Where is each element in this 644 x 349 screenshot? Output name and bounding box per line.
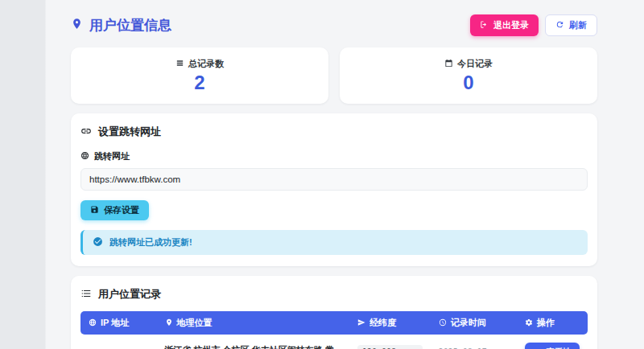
globe-icon bbox=[89, 318, 97, 328]
coords-badge: 120.008, 30.2289 bbox=[357, 345, 423, 349]
page-title-text: 用户位置信息 bbox=[89, 16, 171, 35]
col-header-coords: 经纬度 bbox=[349, 311, 431, 335]
row-action-cell: 查看地图 bbox=[517, 335, 588, 349]
col-header-action-label: 操作 bbox=[537, 317, 555, 329]
records-title: 用户位置记录 bbox=[98, 287, 161, 302]
table-header-row: IP 地址 地理位置 bbox=[80, 311, 588, 335]
col-header-location: 地理位置 bbox=[157, 311, 349, 335]
row-location: 浙江省 杭州市 余杭区 华丰社区闲林东路 棠梨家园16号楼 bbox=[157, 335, 349, 349]
stat-today-label: 今日记录 bbox=[457, 58, 493, 70]
col-header-time: 记录时间 bbox=[431, 311, 517, 335]
refresh-button[interactable]: 刷新 bbox=[545, 14, 597, 36]
list-icon bbox=[80, 288, 92, 302]
table-row: 101.71.140.7 浙江省 杭州市 余杭区 华丰社区闲林东路 棠梨家园16… bbox=[80, 335, 588, 349]
save-settings-label: 保存设置 bbox=[104, 206, 139, 215]
success-alert-text: 跳转网址已成功更新! bbox=[109, 236, 192, 248]
gear-icon bbox=[525, 318, 533, 328]
logout-button[interactable]: 退出登录 bbox=[470, 14, 539, 36]
settings-title-row: 设置跳转网址 bbox=[80, 125, 588, 139]
col-header-coords-label: 经纬度 bbox=[369, 317, 396, 329]
stat-today-value: 0 bbox=[340, 72, 597, 93]
link-icon bbox=[80, 125, 92, 139]
settings-title: 设置跳转网址 bbox=[98, 125, 161, 139]
success-alert: 跳转网址已成功更新! bbox=[80, 230, 588, 255]
logout-icon bbox=[480, 20, 489, 31]
map-pin-icon bbox=[165, 318, 173, 328]
settings-card: 设置跳转网址 跳转网址 保存设置 跳转网址已成功更新! bbox=[71, 113, 597, 266]
stat-total-label: 总记录数 bbox=[188, 58, 224, 70]
records-table: IP 地址 地理位置 bbox=[80, 311, 588, 349]
row-ip: 101.71.140.7 bbox=[80, 335, 157, 349]
topbar: 用户位置信息 退出登录 刷新 bbox=[71, 0, 597, 47]
stat-today-label-row: 今日记录 bbox=[444, 58, 493, 70]
save-icon bbox=[90, 205, 99, 216]
topbar-actions: 退出登录 刷新 bbox=[470, 14, 597, 36]
globe-icon bbox=[80, 151, 89, 162]
row-time: 2025-08-17 23:05:57 bbox=[431, 335, 517, 349]
records-icon bbox=[175, 59, 184, 69]
records-card: 用户位置记录 IP 地址 bbox=[71, 276, 597, 349]
url-field-label: 跳转网址 bbox=[94, 150, 130, 162]
col-header-ip: IP 地址 bbox=[80, 311, 157, 335]
location-arrow-icon bbox=[357, 318, 365, 328]
stat-card-today: 今日记录 0 bbox=[340, 47, 597, 104]
row-coords-cell: 120.008, 30.2289 bbox=[349, 335, 431, 349]
url-field-label-row: 跳转网址 bbox=[80, 150, 588, 162]
logout-button-label: 退出登录 bbox=[493, 21, 529, 30]
refresh-button-label: 刷新 bbox=[569, 21, 587, 30]
view-map-button[interactable]: 查看地图 bbox=[525, 343, 580, 349]
refresh-icon bbox=[555, 20, 564, 31]
col-header-ip-label: IP 地址 bbox=[101, 317, 129, 329]
records-title-row: 用户位置记录 bbox=[80, 287, 588, 302]
location-pin-icon bbox=[71, 18, 83, 34]
main-container: 用户位置信息 退出登录 刷新 总记录数 bbox=[71, 0, 597, 349]
stat-card-total: 总记录数 2 bbox=[71, 47, 328, 104]
calendar-icon bbox=[444, 59, 453, 69]
save-settings-button[interactable]: 保存设置 bbox=[80, 200, 149, 220]
redirect-url-input[interactable] bbox=[80, 168, 588, 191]
col-header-action: 操作 bbox=[517, 311, 588, 335]
stat-total-value: 2 bbox=[71, 72, 328, 93]
clock-icon bbox=[439, 318, 447, 328]
stat-total-label-row: 总记录数 bbox=[175, 58, 224, 70]
check-circle-icon bbox=[93, 236, 103, 248]
stats-row: 总记录数 2 今日记录 0 bbox=[71, 47, 597, 104]
page-title: 用户位置信息 bbox=[71, 16, 171, 35]
col-header-time-label: 记录时间 bbox=[451, 317, 486, 329]
col-header-location-label: 地理位置 bbox=[177, 317, 213, 329]
